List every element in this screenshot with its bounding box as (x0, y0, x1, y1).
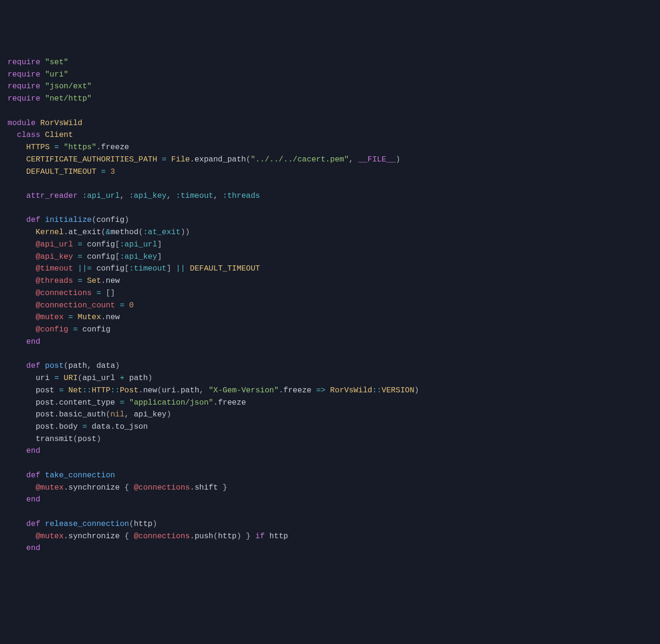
token-id (8, 519, 26, 528)
token-op: = (78, 276, 83, 285)
code-line (8, 105, 652, 117)
token-id (8, 325, 35, 334)
token-sym: :api_url (120, 240, 157, 249)
token-ivar: @api_url (35, 240, 73, 249)
code-line: def release_connection(http) (8, 518, 652, 530)
token-op: || (176, 264, 186, 273)
code-line: post.body = data.to_json (8, 421, 652, 433)
token-ivar: @mutex (35, 532, 63, 541)
token-nil: nil (110, 410, 125, 419)
token-id (8, 240, 35, 249)
token-id: config (78, 325, 110, 334)
token-kw: require (8, 82, 40, 91)
token-id: path (68, 361, 87, 370)
token-id (78, 191, 83, 200)
token-id (64, 313, 68, 322)
token-punc: . (190, 483, 195, 492)
token-const: Post (120, 386, 139, 395)
token-kw: module (8, 119, 35, 127)
token-ivar: @api_key (35, 252, 73, 261)
token-kw: __FILE__ (358, 155, 396, 164)
token-const: CERTIFICATE_AUTHORITIES_PATH (26, 155, 157, 164)
token-kw: def (26, 471, 41, 480)
token-kw: require (8, 70, 40, 79)
token-id (8, 313, 35, 322)
token-str: "set" (45, 58, 68, 67)
token-id: config (82, 252, 115, 261)
token-punc: ) (96, 434, 101, 443)
token-id (8, 337, 26, 346)
code-line: post = Net::HTTP::Post.new(uri.path, "X-… (8, 384, 652, 397)
token-ivar: @mutex (35, 313, 63, 322)
token-id (171, 264, 176, 273)
token-id: config (92, 264, 124, 273)
token-punc: [ (125, 264, 129, 273)
token-sym: :timeout (176, 191, 213, 200)
token-kw: def (26, 361, 41, 370)
token-punc: ( (106, 410, 110, 419)
token-id (8, 143, 26, 152)
token-punc: ) } (237, 532, 255, 541)
token-const: Net (68, 386, 83, 395)
token-punc: . (190, 155, 195, 164)
token-id (59, 143, 64, 152)
token-id (40, 215, 45, 224)
token-ivar: @connection_count (35, 301, 115, 310)
token-id: transmit (8, 434, 73, 443)
token-id (8, 483, 35, 492)
token-kw: end (26, 543, 41, 552)
token-id (73, 276, 78, 285)
token-id: post (8, 422, 54, 431)
token-const: VERSION (381, 386, 414, 395)
token-id (8, 252, 35, 261)
token-const: DEFAULT_TIMEOUT (26, 167, 97, 176)
code-line: attr_reader :api_url, :api_key, :timeout… (8, 190, 652, 202)
token-const: File (171, 155, 190, 164)
token-punc: ( (64, 361, 68, 370)
token-str: "https" (64, 143, 96, 152)
token-fn: release_connection (45, 519, 129, 528)
token-op: = (68, 313, 73, 322)
token-id: freeze (283, 386, 316, 395)
token-id: data (96, 361, 115, 370)
token-id: shift (195, 483, 218, 492)
token-const: Mutex (78, 313, 102, 322)
token-punc: ( (129, 519, 134, 528)
token-id: uri (8, 373, 54, 382)
token-id (8, 288, 35, 297)
token-id (40, 58, 45, 67)
token-id: new (106, 313, 120, 322)
token-op: :: (372, 386, 381, 395)
token-id (185, 264, 190, 273)
token-punc: ) (396, 155, 400, 164)
token-num: 0 (129, 301, 134, 310)
token-id (40, 519, 45, 528)
code-line: end (8, 542, 652, 554)
token-id (8, 191, 26, 200)
token-punc: ) (115, 361, 120, 370)
token-ivar: @connections (134, 532, 190, 541)
token-sym: :api_key (129, 191, 166, 200)
token-punc: . (279, 386, 283, 395)
token-punc: . (176, 386, 181, 395)
code-line: @connection_count = 0 (8, 299, 652, 312)
token-id: body (59, 422, 83, 431)
code-line: uri = URI(api_url + path) (8, 372, 652, 384)
token-id (8, 361, 26, 370)
token-punc: . (64, 228, 68, 237)
token-op: = (82, 422, 87, 431)
token-id: path (180, 386, 199, 395)
token-op: = (54, 143, 59, 152)
code-line: @api_key = config[:api_key] (8, 251, 652, 263)
code-line: def initialize(config) (8, 214, 652, 226)
token-punc: ( (157, 386, 162, 395)
code-line: @threads = Set.new (8, 275, 652, 287)
token-kw: require (8, 94, 40, 103)
token-punc: . (138, 386, 143, 395)
code-line: DEFAULT_TIMEOUT = 3 (8, 166, 652, 178)
token-punc: ) (125, 215, 129, 224)
token-op: :: (110, 386, 120, 395)
token-ivar: @connections (35, 288, 92, 297)
token-sym: :api_url (82, 191, 119, 200)
token-id (325, 386, 330, 395)
